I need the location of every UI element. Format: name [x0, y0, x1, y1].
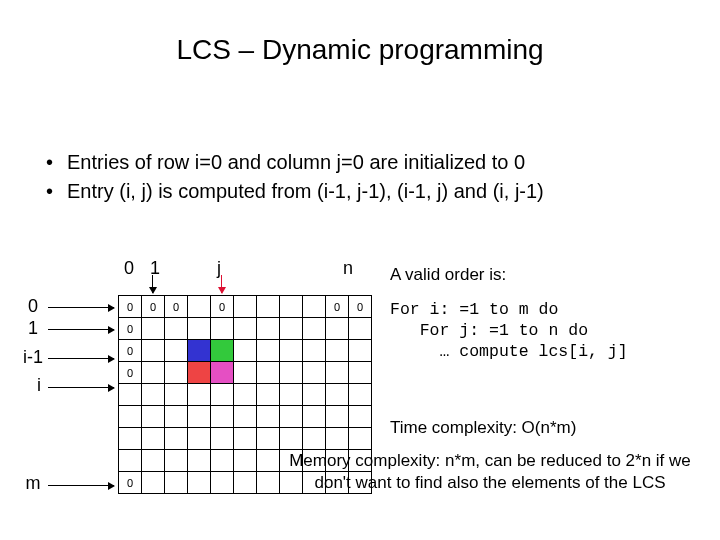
grid-cell [234, 406, 257, 428]
grid-cell [257, 362, 280, 384]
grid-cell: 0 [119, 296, 142, 318]
grid-cell [326, 318, 349, 340]
grid-cell [303, 406, 326, 428]
grid-cell [211, 318, 234, 340]
grid-cell [326, 406, 349, 428]
grid-cell: 0 [142, 296, 165, 318]
grid-cell [188, 318, 211, 340]
order-code: For i: =1 to m do For j: =1 to n do … co… [390, 299, 628, 362]
grid-cell [303, 340, 326, 362]
grid-cell [211, 472, 234, 494]
grid-cell [142, 362, 165, 384]
grid-cell [326, 340, 349, 362]
grid-cell [257, 450, 280, 472]
grid-cell [211, 340, 234, 362]
grid-cell [142, 428, 165, 450]
grid-cell [234, 428, 257, 450]
grid-cell [165, 340, 188, 362]
grid-cell [142, 406, 165, 428]
grid-cell [303, 384, 326, 406]
grid-cell [234, 296, 257, 318]
arrow-row-m [48, 485, 114, 486]
grid-cell [257, 406, 280, 428]
grid-cell [326, 362, 349, 384]
grid-cell: 0 [326, 296, 349, 318]
grid-cell [257, 340, 280, 362]
grid-cell [234, 340, 257, 362]
grid-cell [257, 428, 280, 450]
grid-cell [142, 472, 165, 494]
grid-cell [280, 406, 303, 428]
grid-cell: 0 [211, 296, 234, 318]
arrow-col-1 [152, 275, 153, 293]
grid-cell [257, 384, 280, 406]
grid-cell [280, 340, 303, 362]
grid-cell [142, 340, 165, 362]
arrow-row-i-1 [48, 358, 114, 359]
grid-cell [280, 318, 303, 340]
order-block: A valid order is: For i: =1 to m do For … [390, 265, 628, 362]
grid-cell [280, 428, 303, 450]
grid-cell [188, 406, 211, 428]
grid-cell [349, 406, 372, 428]
bullet-item: Entries of row i=0 and column j=0 are in… [46, 148, 544, 177]
grid-cell [119, 450, 142, 472]
page-title: LCS – Dynamic programming [0, 34, 720, 66]
grid-cell [119, 428, 142, 450]
grid-cell [165, 428, 188, 450]
arrow-row-1 [48, 329, 114, 330]
grid-cell [165, 406, 188, 428]
time-complexity: Time complexity: O(n*m) [390, 418, 576, 438]
row-label-1: 1 [18, 318, 48, 339]
row-label-i-1: i-1 [18, 347, 48, 368]
grid-cell [188, 340, 211, 362]
grid-cell [234, 384, 257, 406]
grid-cell [188, 428, 211, 450]
grid-cell [165, 318, 188, 340]
grid-cell [188, 472, 211, 494]
bullet-list: Entries of row i=0 and column j=0 are in… [46, 148, 544, 206]
grid-cell [234, 472, 257, 494]
row-label-i: i [24, 375, 54, 396]
grid-cell [349, 362, 372, 384]
grid-cell [257, 472, 280, 494]
grid-cell [303, 296, 326, 318]
grid-cell [280, 384, 303, 406]
grid-cell [188, 362, 211, 384]
col-label-n: n [343, 258, 353, 279]
grid-cell [165, 450, 188, 472]
arrow-col-j [221, 275, 222, 293]
grid-cell [280, 296, 303, 318]
grid-cell [257, 318, 280, 340]
grid-cell [165, 362, 188, 384]
grid-cell [188, 384, 211, 406]
grid-cell [349, 340, 372, 362]
grid-cell [142, 384, 165, 406]
grid-cell [119, 406, 142, 428]
grid-cell [234, 362, 257, 384]
arrow-row-0 [48, 307, 114, 308]
row-label-0: 0 [18, 296, 48, 317]
grid-cell [280, 362, 303, 384]
grid-cell [188, 450, 211, 472]
order-title: A valid order is: [390, 265, 628, 285]
grid-cell: 0 [119, 472, 142, 494]
grid-cell [303, 318, 326, 340]
grid-cell [303, 362, 326, 384]
grid-cell: 0 [119, 340, 142, 362]
grid-cell: 0 [349, 296, 372, 318]
grid-cell [211, 406, 234, 428]
grid-cell [303, 428, 326, 450]
grid-cell [211, 428, 234, 450]
grid-cell [165, 472, 188, 494]
grid-cell [211, 362, 234, 384]
grid-cell [349, 384, 372, 406]
grid-cell [142, 318, 165, 340]
bullet-item: Entry (i, j) is computed from (i-1, j-1)… [46, 177, 544, 206]
grid-cell [119, 384, 142, 406]
grid-cell: 0 [165, 296, 188, 318]
memory-complexity: Memory complexity: n*m, can be reduced t… [280, 450, 700, 494]
grid-cell [326, 384, 349, 406]
grid-cell [188, 296, 211, 318]
arrow-row-i [48, 387, 114, 388]
